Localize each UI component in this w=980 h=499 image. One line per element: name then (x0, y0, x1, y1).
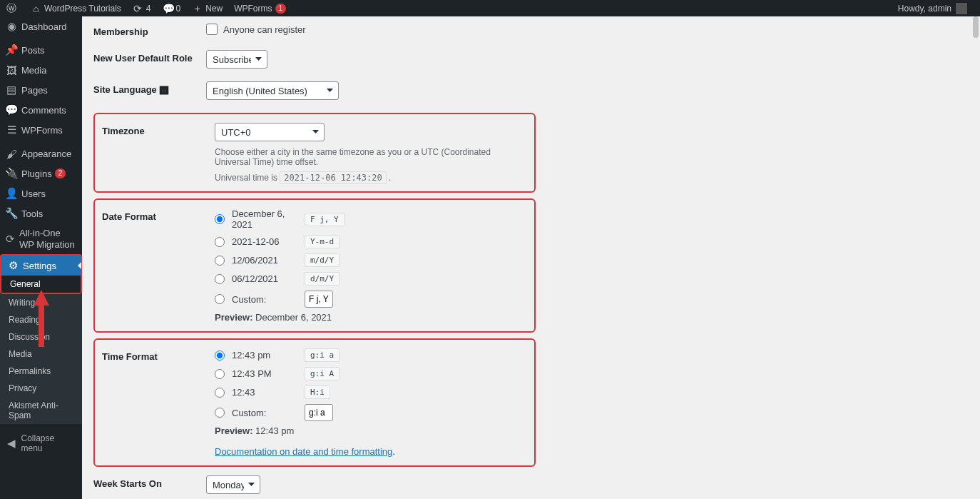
sub-privacy[interactable]: Privacy (0, 380, 82, 397)
timezone-label: Timezone (102, 123, 215, 136)
week-select[interactable]: Monday (206, 475, 260, 494)
time-preview: Preview: 12:43 pm (215, 425, 527, 436)
row-membership: Membership Anyone can register (93, 24, 969, 37)
date-custom-input[interactable] (305, 291, 333, 308)
date-format-section: Date Format December 6, 2021F j, Y2021-1… (93, 198, 536, 333)
timezone-desc: Choose either a city in the same timezon… (215, 147, 527, 167)
membership-checkbox[interactable]: Anyone can register (206, 24, 969, 35)
plus-icon: + (192, 3, 203, 14)
time-radio[interactable] (215, 388, 225, 398)
sub-media[interactable]: Media (0, 346, 82, 363)
sidebar-item-wpforms[interactable]: ☰WPForms (0, 120, 82, 140)
default-role-label: New User Default Role (93, 50, 206, 64)
date-code: m/d/Y (305, 253, 340, 267)
time-label: 12:43 (232, 387, 297, 398)
migration-icon: ⟳ (6, 233, 15, 245)
collapse-icon: ◀ (6, 438, 17, 449)
updates[interactable]: ⟳4 (127, 0, 157, 16)
time-option: 12:43H:i (215, 385, 527, 399)
date-radio[interactable] (215, 274, 225, 284)
page-scrollbar[interactable] (971, 16, 980, 499)
brush-icon: 🖌 (6, 148, 17, 159)
sidebar-item-migration[interactable]: ⟳All-in-One WP Migration (0, 223, 82, 254)
sidebar-item-pages[interactable]: ▤Pages (0, 80, 82, 100)
sub-reading[interactable]: Reading (0, 311, 82, 328)
sidebar-item-settings[interactable]: ⚙Settings (1, 256, 81, 276)
time-radio[interactable] (215, 351, 225, 361)
date-label: 06/12/2021 (232, 273, 297, 284)
date-radio[interactable] (215, 237, 225, 247)
site-language-select[interactable]: English (United States) (206, 81, 339, 100)
sub-discussion[interactable]: Discussion (0, 328, 82, 346)
date-code: Y-m-d (305, 235, 340, 248)
comment-icon: 💬 (6, 104, 17, 116)
wpforms-label: WPForms (234, 4, 272, 14)
sub-akismet[interactable]: Akismet Anti-Spam (0, 397, 82, 424)
sidebar-item-comments[interactable]: 💬Comments (0, 100, 82, 120)
wrench-icon: 🔧 (6, 208, 17, 219)
sub-permalinks[interactable]: Permalinks (0, 363, 82, 380)
timezone-section: Timezone UTC+0 Choose either a city in t… (93, 113, 536, 193)
date-radio[interactable] (215, 214, 225, 224)
site-name[interactable]: ⌂WordPress Tutorials (25, 0, 127, 16)
account[interactable]: Howdy, admin (892, 0, 973, 16)
sidebar-item-plugins[interactable]: 🔌Plugins2 (0, 163, 82, 183)
week-label: Week Starts On (93, 475, 206, 489)
anyone-register-check[interactable] (206, 24, 218, 35)
time-format-label: Time Format (102, 348, 215, 362)
pin-icon: 📌 (6, 44, 17, 56)
sub-general[interactable]: General (1, 276, 81, 293)
sidebar-item-appearance[interactable]: 🖌Appearance (0, 143, 82, 163)
new-content[interactable]: +New (186, 0, 228, 16)
collapse-menu[interactable]: ◀Collapse menu (0, 428, 82, 459)
new-label: New (205, 4, 223, 14)
date-custom-radio[interactable] (215, 294, 225, 304)
settings-highlight: ⚙Settings General (0, 254, 82, 294)
translate-icon: 🅰 (160, 86, 168, 96)
sidebar-item-posts[interactable]: 📌Posts (0, 40, 82, 60)
sidebar-item-users[interactable]: 👤Users (0, 183, 82, 203)
comments-count: 0 (176, 4, 181, 14)
comment-icon: 💬 (163, 3, 173, 14)
timezone-select[interactable]: UTC+0 (215, 123, 325, 141)
default-role-select[interactable]: Subscriber (206, 50, 267, 69)
sidebar-item-tools[interactable]: 🔧Tools (0, 203, 82, 223)
form-icon: ☰ (6, 124, 17, 136)
avatar (956, 3, 967, 14)
admin-sidebar: ◉Dashboard 📌Posts 🖼Media ▤Pages 💬Comment… (0, 16, 82, 499)
home-icon: ⌂ (31, 3, 41, 14)
site-language-label: Site Language🅰 (93, 81, 206, 96)
date-code: d/m/Y (305, 272, 340, 286)
row-week-starts: Week Starts On Monday (93, 475, 969, 494)
sidebar-item-media[interactable]: 🖼Media (0, 60, 82, 80)
time-custom-input[interactable] (305, 404, 333, 421)
row-default-role: New User Default Role Subscriber (93, 50, 969, 69)
membership-label: Membership (93, 24, 206, 37)
user-icon: 👤 (6, 188, 17, 199)
plug-icon: 🔌 (6, 168, 17, 179)
time-radio[interactable] (215, 369, 225, 379)
sub-writing[interactable]: Writing (0, 294, 82, 311)
time-code: g:i A (305, 367, 340, 380)
time-code: g:i a (305, 348, 340, 362)
time-label: 12:43 pm (232, 350, 297, 361)
wp-logo[interactable]: ⓦ (0, 0, 25, 16)
wpforms-bar[interactable]: WPForms1 (228, 0, 292, 16)
settings-submenu-rest: Writing Reading Discussion Media Permali… (0, 294, 82, 424)
date-code: F j, Y (305, 213, 344, 226)
comments[interactable]: 💬0 (157, 0, 187, 16)
row-site-language: Site Language🅰 English (United States) (93, 81, 969, 100)
date-format-label: Date Format (102, 208, 215, 222)
time-code: H:i (305, 385, 330, 399)
admin-bar: ⓦ ⌂WordPress Tutorials ⟳4 💬0 +New WPForm… (0, 0, 980, 16)
plugins-badge: 2 (55, 168, 66, 178)
date-label: 12/06/2021 (232, 255, 297, 266)
date-time-doc-link[interactable]: Documentation on date and time formattin… (215, 446, 392, 457)
date-radio[interactable] (215, 256, 225, 266)
date-label: 2021-12-06 (232, 236, 297, 247)
date-label: December 6, 2021 (232, 208, 297, 230)
universal-time: Universal time is 2021-12-06 12:43:20 . (215, 173, 527, 183)
time-custom-radio[interactable] (215, 408, 225, 418)
time-format-section: Time Format 12:43 pmg:i a12:43 PMg:i A12… (93, 338, 536, 467)
sidebar-item-dashboard[interactable]: ◉Dashboard (0, 16, 82, 36)
